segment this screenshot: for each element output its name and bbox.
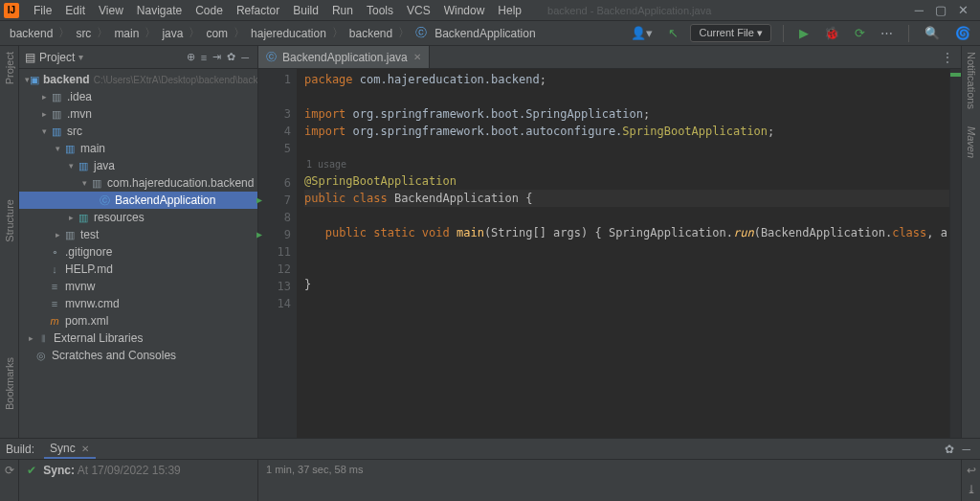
project-icon: ▤ xyxy=(25,51,35,64)
menu-view[interactable]: View xyxy=(92,2,130,19)
hide-panel-icon[interactable]: ─ xyxy=(238,52,252,63)
crumb-0[interactable]: backend xyxy=(6,27,56,40)
search-everywhere-icon[interactable]: 🔍 xyxy=(921,24,944,42)
navigation-bar: backend〉 src〉 main〉 java〉 com〉 hajereduc… xyxy=(0,21,980,46)
crumb-1[interactable]: src xyxy=(72,27,95,40)
toolstrip-structure[interactable]: Structure xyxy=(4,199,15,242)
app-logo-icon: IJ xyxy=(4,3,19,18)
run-config-dropdown[interactable]: Current File ▾ xyxy=(690,24,771,42)
tabs-more-icon[interactable]: ⋮ xyxy=(934,51,961,64)
project-tree[interactable]: ▾▣backendC:\Users\EXtrA\Desktop\backend\… xyxy=(19,69,257,438)
tree-extlib[interactable]: ▸⫴External Libraries xyxy=(19,330,257,347)
collapse-all-icon[interactable]: ⇥ xyxy=(210,51,224,63)
refresh-icon[interactable]: ⟳ xyxy=(5,464,14,477)
minimize-icon[interactable]: ─ xyxy=(915,3,924,17)
left-tool-strip: Project Structure Bookmarks xyxy=(0,46,19,438)
menu-code[interactable]: Code xyxy=(189,2,230,19)
run-icon[interactable]: ▶ xyxy=(795,24,813,42)
menu-window[interactable]: Window xyxy=(437,2,492,19)
menu-run[interactable]: Run xyxy=(325,2,360,19)
build-duration: 1 min, 37 sec, 58 ms xyxy=(258,460,961,501)
panel-settings-icon[interactable]: ✿ xyxy=(224,51,238,63)
expand-all-icon[interactable]: ≡ xyxy=(198,52,210,63)
scroll-end-icon[interactable]: ⤓ xyxy=(967,483,976,496)
debug-icon[interactable]: 🐞 xyxy=(820,24,843,42)
status-ok-icon: ✔ xyxy=(27,464,36,477)
settings-icon[interactable]: 🌀 xyxy=(951,24,974,42)
close-icon[interactable]: ✕ xyxy=(958,3,969,17)
crumb-2[interactable]: main xyxy=(110,27,143,40)
menu-bar: IJ File Edit View Navigate Code Refactor… xyxy=(0,0,980,21)
code-editor[interactable]: package com.hajereducation.backend;impor… xyxy=(297,69,949,438)
coverage-icon[interactable]: ⟳ xyxy=(851,24,869,42)
project-dropdown-icon[interactable]: ▾ xyxy=(78,52,83,62)
tree-gitignore[interactable]: ∘.gitignore xyxy=(19,243,257,261)
menu-file[interactable]: File xyxy=(27,2,58,19)
window-title: backend - BackendApplication.java xyxy=(547,5,711,16)
analysis-ok-icon xyxy=(950,73,961,77)
tree-resources[interactable]: ▸▥resources xyxy=(19,209,257,226)
tree-idea[interactable]: ▸▥.idea xyxy=(19,88,257,105)
build-tab-sync[interactable]: Sync ✕ xyxy=(44,440,95,459)
tree-helpmd[interactable]: ↓HELP.md xyxy=(19,261,257,278)
class-icon: ⓒ xyxy=(266,50,277,64)
toolstrip-maven[interactable]: Maven xyxy=(966,126,977,158)
locate-icon[interactable]: ⊕ xyxy=(184,51,198,63)
run-gutter-icon[interactable]: ▶ xyxy=(256,192,262,209)
editor-tab-backendapplication[interactable]: ⓒ BackendApplication.java ✕ xyxy=(258,46,430,68)
menu-vcs[interactable]: VCS xyxy=(400,2,437,19)
users-icon[interactable]: 👤▾ xyxy=(627,24,657,42)
tree-test[interactable]: ▸▥test xyxy=(19,226,257,243)
soft-wrap-icon[interactable]: ↩ xyxy=(967,464,976,477)
toolstrip-project[interactable]: Project xyxy=(4,52,15,84)
tree-src[interactable]: ▾▥src xyxy=(19,123,257,140)
tree-pomxml[interactable]: mpom.xml xyxy=(19,312,257,330)
menu-help[interactable]: Help xyxy=(491,2,528,19)
tree-class-backendapplication[interactable]: ⓒBackendApplication xyxy=(19,192,257,209)
build-panel: Build: Sync ✕ ✿ ─ ⟳ ✔ Sync: At 17/09/202… xyxy=(0,438,980,501)
tree-mvnwcmd[interactable]: ≡mvnw.cmd xyxy=(19,295,257,312)
tree-main[interactable]: ▾▥main xyxy=(19,140,257,157)
build-tab-close[interactable]: ✕ xyxy=(79,444,90,454)
toolstrip-bookmarks[interactable]: Bookmarks xyxy=(4,357,15,410)
project-panel-header: ▤ Project ▾ ⊕ ≡ ⇥ ✿ ─ xyxy=(19,46,257,69)
crumb-3[interactable]: java xyxy=(158,27,187,40)
editor-tabs: ⓒ BackendApplication.java ✕ ⋮ xyxy=(258,46,961,69)
menu-refactor[interactable]: Refactor xyxy=(230,2,286,19)
editor-area: ⓒ BackendApplication.java ✕ ⋮ 1 3 4 5 6 … xyxy=(258,46,961,438)
crumb-class-icon: ⓒ xyxy=(412,25,431,41)
menu-tools[interactable]: Tools xyxy=(360,2,400,19)
tab-close-icon[interactable]: ✕ xyxy=(413,52,421,62)
build-label: Build: xyxy=(6,443,34,456)
build-settings-icon[interactable]: ✿ xyxy=(941,443,958,456)
right-tool-strip: Notifications Maven xyxy=(961,46,980,438)
menu-edit[interactable]: Edit xyxy=(58,2,92,19)
tree-java[interactable]: ▾▥java xyxy=(19,157,257,174)
crumb-7[interactable]: BackendApplication xyxy=(431,27,539,40)
build-hide-icon[interactable]: ─ xyxy=(958,443,974,456)
project-tool-window: ▤ Project ▾ ⊕ ≡ ⇥ ✿ ─ ▾▣backendC:\Users\… xyxy=(19,46,258,438)
build-hammer-icon[interactable]: ↖ xyxy=(664,24,682,42)
tree-scratches[interactable]: ◎Scratches and Consoles xyxy=(19,347,257,364)
more-run-icon[interactable]: ⋯ xyxy=(877,24,897,42)
error-stripe[interactable] xyxy=(949,69,961,438)
tab-label: BackendApplication.java xyxy=(282,51,408,64)
crumb-5[interactable]: hajereducation xyxy=(247,27,330,40)
crumb-6[interactable]: backend xyxy=(345,27,396,40)
tree-package[interactable]: ▾▥com.hajereducation.backend xyxy=(19,174,257,192)
maximize-icon[interactable]: ▢ xyxy=(935,3,947,17)
toolstrip-notifications[interactable]: Notifications xyxy=(966,52,977,109)
run-gutter-icon-2[interactable]: ▶ xyxy=(256,226,262,243)
project-panel-title[interactable]: Project xyxy=(39,51,75,64)
tree-root[interactable]: ▾▣backendC:\Users\EXtrA\Desktop\backend\… xyxy=(19,71,257,88)
crumb-4[interactable]: com xyxy=(202,27,232,40)
line-gutter[interactable]: 1 3 4 5 6 ▶7 8 ▶9 11 12 13 14 xyxy=(258,69,297,438)
tree-mvnw[interactable]: ≡mvnw xyxy=(19,278,257,295)
menu-navigate[interactable]: Navigate xyxy=(130,2,189,19)
menu-build[interactable]: Build xyxy=(286,2,325,19)
tree-mvn[interactable]: ▸▥.mvn xyxy=(19,105,257,123)
